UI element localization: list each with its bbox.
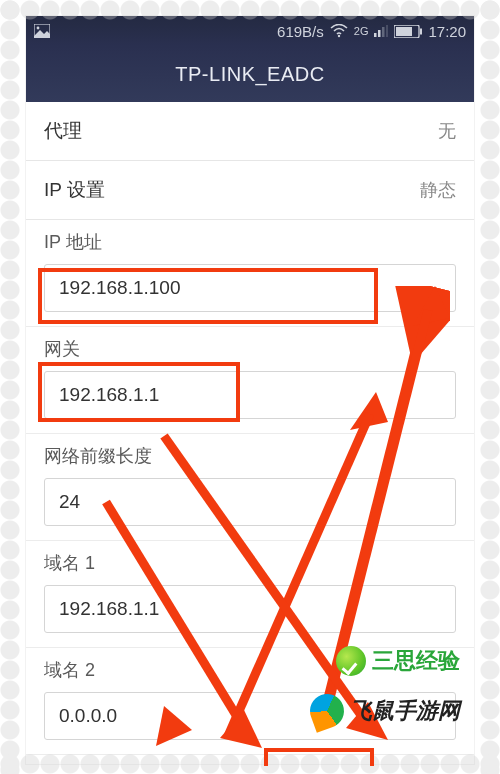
field-prefix-length: 网络前缀长度 bbox=[26, 434, 474, 541]
row-ip-settings-value: 静态 bbox=[420, 178, 456, 202]
ip-address-label: IP 地址 bbox=[44, 230, 456, 254]
svg-rect-4 bbox=[378, 30, 381, 37]
row-proxy-value: 无 bbox=[438, 119, 456, 143]
dns1-input[interactable] bbox=[44, 585, 456, 633]
svg-rect-3 bbox=[374, 33, 377, 37]
prefix-length-input[interactable] bbox=[44, 478, 456, 526]
network-speed: 619B/s bbox=[277, 23, 324, 40]
field-ip-address: IP 地址 bbox=[26, 220, 474, 327]
sansi-logo-icon bbox=[336, 646, 366, 676]
watermark-feishu: 飞鼠手游网 bbox=[310, 694, 460, 728]
watermark-sansi: 三思经验 bbox=[336, 646, 460, 676]
ip-address-input[interactable] bbox=[44, 264, 456, 312]
prefix-length-label: 网络前缀长度 bbox=[44, 444, 456, 468]
svg-rect-9 bbox=[396, 27, 412, 36]
svg-rect-6 bbox=[386, 25, 388, 37]
network-type-badge: 2G bbox=[354, 26, 369, 37]
battery-icon bbox=[394, 25, 422, 38]
feishu-logo-icon bbox=[305, 689, 349, 733]
gateway-input[interactable] bbox=[44, 371, 456, 419]
watermark-sansi-text: 三思经验 bbox=[372, 646, 460, 676]
picture-indicator-icon bbox=[34, 24, 50, 38]
row-proxy-label: 代理 bbox=[44, 118, 82, 144]
svg-rect-8 bbox=[420, 28, 422, 34]
field-dns1: 域名 1 bbox=[26, 541, 474, 648]
gateway-label: 网关 bbox=[44, 337, 456, 361]
status-bar: 619B/s 2G 17:20 bbox=[26, 16, 474, 46]
row-proxy[interactable]: 代理 无 bbox=[26, 102, 474, 161]
signal-icon bbox=[374, 25, 388, 37]
row-ip-settings-label: IP 设置 bbox=[44, 177, 105, 203]
watermark-feishu-text: 飞鼠手游网 bbox=[350, 696, 460, 726]
wifi-icon bbox=[330, 24, 348, 38]
clock: 17:20 bbox=[428, 23, 466, 40]
row-ip-settings[interactable]: IP 设置 静态 bbox=[26, 161, 474, 220]
svg-point-2 bbox=[338, 35, 340, 37]
svg-rect-5 bbox=[382, 27, 385, 37]
field-gateway: 网关 bbox=[26, 327, 474, 434]
svg-point-1 bbox=[37, 27, 40, 30]
dns1-label: 域名 1 bbox=[44, 551, 456, 575]
title-bar: TP-LINK_EADC bbox=[26, 46, 474, 102]
page-title: TP-LINK_EADC bbox=[175, 63, 324, 86]
